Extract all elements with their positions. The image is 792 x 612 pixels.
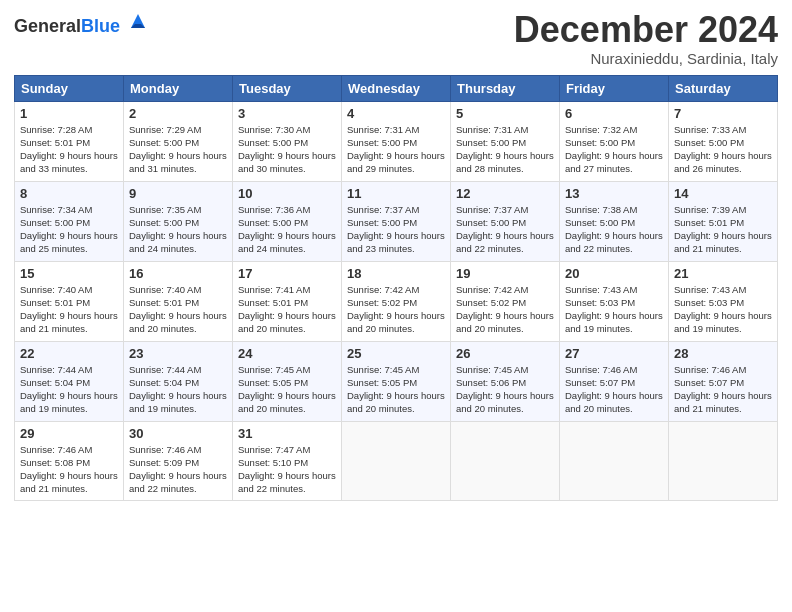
day-info: Sunrise: 7:35 AMSunset: 5:00 PMDaylight:… xyxy=(129,204,227,255)
day-number: 21 xyxy=(674,266,772,281)
day-number: 3 xyxy=(238,106,336,121)
table-row: 15 Sunrise: 7:40 AMSunset: 5:01 PMDaylig… xyxy=(15,261,124,341)
table-row: 31 Sunrise: 7:47 AMSunset: 5:10 PMDaylig… xyxy=(233,421,342,500)
day-info: Sunrise: 7:45 AMSunset: 5:05 PMDaylight:… xyxy=(238,364,336,415)
table-row: 17 Sunrise: 7:41 AMSunset: 5:01 PMDaylig… xyxy=(233,261,342,341)
table-row: 23 Sunrise: 7:44 AMSunset: 5:04 PMDaylig… xyxy=(124,341,233,421)
table-row: 7 Sunrise: 7:33 AMSunset: 5:00 PMDayligh… xyxy=(669,101,778,181)
table-row: 14 Sunrise: 7:39 AMSunset: 5:01 PMDaylig… xyxy=(669,181,778,261)
day-number: 1 xyxy=(20,106,118,121)
day-number: 5 xyxy=(456,106,554,121)
table-row: 21 Sunrise: 7:43 AMSunset: 5:03 PMDaylig… xyxy=(669,261,778,341)
table-row: 16 Sunrise: 7:40 AMSunset: 5:01 PMDaylig… xyxy=(124,261,233,341)
table-row xyxy=(560,421,669,500)
day-info: Sunrise: 7:41 AMSunset: 5:01 PMDaylight:… xyxy=(238,284,336,335)
table-row: 24 Sunrise: 7:45 AMSunset: 5:05 PMDaylig… xyxy=(233,341,342,421)
table-row xyxy=(669,421,778,500)
day-number: 8 xyxy=(20,186,118,201)
table-row: 10 Sunrise: 7:36 AMSunset: 5:00 PMDaylig… xyxy=(233,181,342,261)
day-number: 14 xyxy=(674,186,772,201)
table-row xyxy=(342,421,451,500)
day-info: Sunrise: 7:37 AMSunset: 5:00 PMDaylight:… xyxy=(347,204,445,255)
day-info: Sunrise: 7:34 AMSunset: 5:00 PMDaylight:… xyxy=(20,204,118,255)
logo-icon xyxy=(127,10,149,32)
day-number: 12 xyxy=(456,186,554,201)
day-number: 22 xyxy=(20,346,118,361)
day-number: 9 xyxy=(129,186,227,201)
day-info: Sunrise: 7:38 AMSunset: 5:00 PMDaylight:… xyxy=(565,204,663,255)
day-info: Sunrise: 7:45 AMSunset: 5:05 PMDaylight:… xyxy=(347,364,445,415)
table-row: 5 Sunrise: 7:31 AMSunset: 5:00 PMDayligh… xyxy=(451,101,560,181)
logo: GeneralBlue xyxy=(14,14,149,37)
table-row: 13 Sunrise: 7:38 AMSunset: 5:00 PMDaylig… xyxy=(560,181,669,261)
table-row: 30 Sunrise: 7:46 AMSunset: 5:09 PMDaylig… xyxy=(124,421,233,500)
month-title: December 2024 xyxy=(514,10,778,50)
table-row: 28 Sunrise: 7:46 AMSunset: 5:07 PMDaylig… xyxy=(669,341,778,421)
day-number: 16 xyxy=(129,266,227,281)
col-sunday: Sunday xyxy=(15,75,124,101)
col-wednesday: Wednesday xyxy=(342,75,451,101)
logo-blue: Blue xyxy=(81,16,120,36)
table-row: 9 Sunrise: 7:35 AMSunset: 5:00 PMDayligh… xyxy=(124,181,233,261)
day-number: 20 xyxy=(565,266,663,281)
table-row: 18 Sunrise: 7:42 AMSunset: 5:02 PMDaylig… xyxy=(342,261,451,341)
table-row: 8 Sunrise: 7:34 AMSunset: 5:00 PMDayligh… xyxy=(15,181,124,261)
day-number: 7 xyxy=(674,106,772,121)
col-saturday: Saturday xyxy=(669,75,778,101)
day-info: Sunrise: 7:46 AMSunset: 5:07 PMDaylight:… xyxy=(674,364,772,415)
day-info: Sunrise: 7:39 AMSunset: 5:01 PMDaylight:… xyxy=(674,204,772,255)
table-row: 26 Sunrise: 7:45 AMSunset: 5:06 PMDaylig… xyxy=(451,341,560,421)
day-info: Sunrise: 7:43 AMSunset: 5:03 PMDaylight:… xyxy=(674,284,772,335)
col-tuesday: Tuesday xyxy=(233,75,342,101)
day-number: 17 xyxy=(238,266,336,281)
day-info: Sunrise: 7:37 AMSunset: 5:00 PMDaylight:… xyxy=(456,204,554,255)
title-section: December 2024 Nuraxinieddu, Sardinia, It… xyxy=(514,10,778,67)
day-info: Sunrise: 7:28 AMSunset: 5:01 PMDaylight:… xyxy=(20,124,118,175)
day-info: Sunrise: 7:43 AMSunset: 5:03 PMDaylight:… xyxy=(565,284,663,335)
table-row: 27 Sunrise: 7:46 AMSunset: 5:07 PMDaylig… xyxy=(560,341,669,421)
day-info: Sunrise: 7:40 AMSunset: 5:01 PMDaylight:… xyxy=(129,284,227,335)
subtitle: Nuraxinieddu, Sardinia, Italy xyxy=(514,50,778,67)
day-info: Sunrise: 7:42 AMSunset: 5:02 PMDaylight:… xyxy=(347,284,445,335)
day-number: 19 xyxy=(456,266,554,281)
day-number: 4 xyxy=(347,106,445,121)
day-number: 6 xyxy=(565,106,663,121)
header: GeneralBlue December 2024 Nuraxinieddu, … xyxy=(14,10,778,67)
day-number: 24 xyxy=(238,346,336,361)
day-number: 30 xyxy=(129,426,227,441)
day-info: Sunrise: 7:46 AMSunset: 5:07 PMDaylight:… xyxy=(565,364,663,415)
day-number: 26 xyxy=(456,346,554,361)
day-number: 28 xyxy=(674,346,772,361)
table-row: 2 Sunrise: 7:29 AMSunset: 5:00 PMDayligh… xyxy=(124,101,233,181)
table-row: 4 Sunrise: 7:31 AMSunset: 5:00 PMDayligh… xyxy=(342,101,451,181)
table-row: 12 Sunrise: 7:37 AMSunset: 5:00 PMDaylig… xyxy=(451,181,560,261)
day-number: 25 xyxy=(347,346,445,361)
day-info: Sunrise: 7:32 AMSunset: 5:00 PMDaylight:… xyxy=(565,124,663,175)
day-info: Sunrise: 7:46 AMSunset: 5:09 PMDaylight:… xyxy=(129,444,227,495)
day-info: Sunrise: 7:31 AMSunset: 5:00 PMDaylight:… xyxy=(456,124,554,175)
col-friday: Friday xyxy=(560,75,669,101)
day-number: 13 xyxy=(565,186,663,201)
col-monday: Monday xyxy=(124,75,233,101)
day-info: Sunrise: 7:29 AMSunset: 5:00 PMDaylight:… xyxy=(129,124,227,175)
day-info: Sunrise: 7:47 AMSunset: 5:10 PMDaylight:… xyxy=(238,444,336,495)
table-row: 19 Sunrise: 7:42 AMSunset: 5:02 PMDaylig… xyxy=(451,261,560,341)
day-number: 18 xyxy=(347,266,445,281)
day-number: 23 xyxy=(129,346,227,361)
day-number: 29 xyxy=(20,426,118,441)
day-info: Sunrise: 7:44 AMSunset: 5:04 PMDaylight:… xyxy=(20,364,118,415)
day-number: 11 xyxy=(347,186,445,201)
day-info: Sunrise: 7:36 AMSunset: 5:00 PMDaylight:… xyxy=(238,204,336,255)
day-info: Sunrise: 7:46 AMSunset: 5:08 PMDaylight:… xyxy=(20,444,118,495)
day-info: Sunrise: 7:44 AMSunset: 5:04 PMDaylight:… xyxy=(129,364,227,415)
table-row xyxy=(451,421,560,500)
col-thursday: Thursday xyxy=(451,75,560,101)
table-row: 22 Sunrise: 7:44 AMSunset: 5:04 PMDaylig… xyxy=(15,341,124,421)
day-number: 27 xyxy=(565,346,663,361)
day-number: 31 xyxy=(238,426,336,441)
table-row: 29 Sunrise: 7:46 AMSunset: 5:08 PMDaylig… xyxy=(15,421,124,500)
day-number: 10 xyxy=(238,186,336,201)
day-info: Sunrise: 7:40 AMSunset: 5:01 PMDaylight:… xyxy=(20,284,118,335)
table-row: 6 Sunrise: 7:32 AMSunset: 5:00 PMDayligh… xyxy=(560,101,669,181)
day-info: Sunrise: 7:42 AMSunset: 5:02 PMDaylight:… xyxy=(456,284,554,335)
